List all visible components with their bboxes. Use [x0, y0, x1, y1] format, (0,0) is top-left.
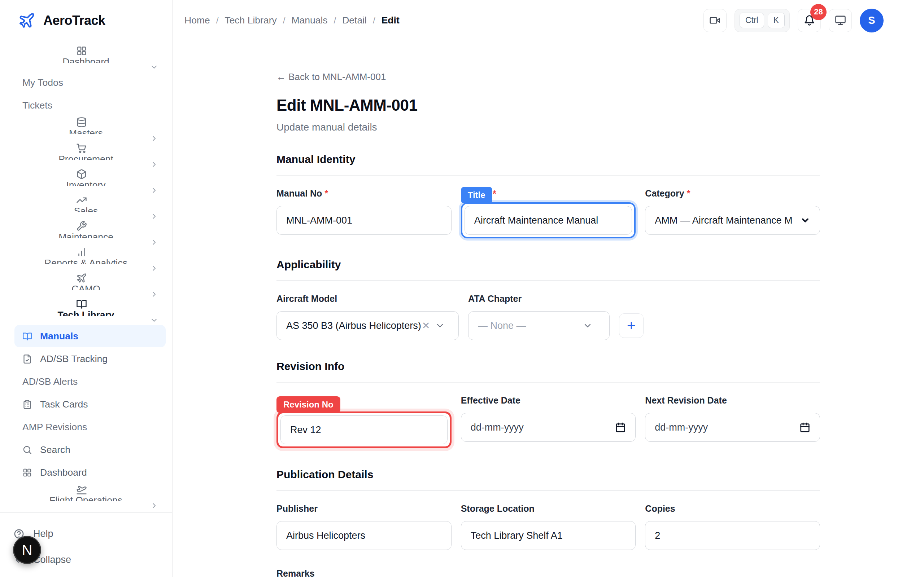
- sidebar-item-reports-analytics[interactable]: Reports & Analytics: [0, 247, 172, 272]
- sidebar-item-search[interactable]: Search: [0, 438, 172, 461]
- breadcrumb: Home/Tech Library/Manuals/Detail/Edit: [184, 15, 703, 26]
- aircraft-model-label: Aircraft Model: [276, 293, 459, 304]
- title-field-badge: Title: [461, 187, 492, 203]
- sidebar-item-procurement[interactable]: Procurement: [0, 143, 172, 169]
- clipboard-icon: [23, 400, 32, 409]
- brand-name: AeroTrack: [43, 13, 105, 28]
- required-asterisk: *: [687, 188, 690, 199]
- sidebar-item-sales[interactable]: Sales: [0, 195, 172, 221]
- topbar: Home/Tech Library/Manuals/Detail/Edit Ct…: [173, 0, 924, 41]
- ata-chapter-label: ATA Chapter: [468, 293, 610, 304]
- book-open-icon: [23, 331, 32, 341]
- back-link[interactable]: ← Back to MNL-AMM-001: [276, 71, 386, 82]
- field-revision-no: Revision No: [276, 395, 452, 448]
- storage-location-input[interactable]: [461, 521, 636, 550]
- field-category: Category * AMM — Aircraft Maintenance M: [645, 188, 820, 239]
- command-palette-button[interactable]: Ctrl K: [735, 9, 790, 32]
- copies-input[interactable]: [645, 521, 820, 550]
- breadcrumb-link-detail[interactable]: Detail: [342, 15, 367, 26]
- brand: AeroTrack: [0, 0, 172, 41]
- breadcrumb-separator: /: [283, 16, 286, 26]
- field-next-revision-date: Next Revision Date dd-mm-yyyy: [645, 395, 820, 448]
- sidebar-item-label: Inventory: [66, 180, 105, 186]
- add-ata-chapter-button[interactable]: +: [619, 313, 643, 338]
- sidebar-item-ad-sb-alerts[interactable]: AD/SB Alerts: [0, 371, 172, 393]
- sidebar-item-label: Tickets: [23, 100, 158, 111]
- sidebar-item-label: Flight Operations: [50, 495, 122, 501]
- storage-location-label: Storage Location: [461, 503, 636, 514]
- sidebar-item-dashboard[interactable]: Dashboard: [0, 45, 172, 71]
- sidebar-item-ad-sb-tracking[interactable]: AD/SB Tracking: [0, 348, 172, 371]
- field-publisher: Publisher: [276, 503, 452, 550]
- add-ata-column: +: [619, 293, 643, 340]
- topbar-actions: Ctrl K 28 S: [703, 9, 884, 32]
- sidebar-item-amp-revisions[interactable]: AMP Revisions: [0, 416, 172, 438]
- layout-grid-icon: [76, 45, 87, 56]
- publisher-input[interactable]: [276, 521, 452, 550]
- plane-logo-icon: [18, 12, 36, 29]
- chevron-down-icon: [150, 316, 158, 324]
- category-select[interactable]: AMM — Aircraft Maintenance M: [645, 206, 820, 235]
- sidebar-item-flight-operations[interactable]: Flight Operations: [0, 484, 172, 510]
- revision-no-input[interactable]: [281, 416, 447, 444]
- calendar-icon[interactable]: [615, 422, 626, 433]
- remove-icon[interactable]: ✕: [422, 320, 430, 331]
- effective-date-input[interactable]: dd-mm-yyyy: [461, 413, 636, 442]
- database-icon: [76, 117, 87, 128]
- revision-no-highlight-ring: Revision No: [276, 411, 452, 448]
- monitor-icon: [835, 15, 846, 26]
- sidebar-item-inventory[interactable]: Inventory: [0, 169, 172, 195]
- effective-date-placeholder: dd-mm-yyyy: [471, 422, 524, 433]
- remarks-label: Remarks: [276, 568, 820, 577]
- sidebar-item-masters[interactable]: Masters: [0, 117, 172, 143]
- sidebar-item-my-todos[interactable]: My Todos: [0, 71, 172, 94]
- sidebar-item-label: Masters: [69, 128, 103, 134]
- publisher-label: Publisher: [276, 503, 452, 514]
- divider: [276, 175, 820, 176]
- trending-up-icon: [76, 195, 87, 206]
- bar-chart-icon: [76, 247, 87, 258]
- sidebar-item-tech-library[interactable]: Tech Library: [0, 298, 172, 324]
- wrench-icon: [76, 221, 87, 232]
- display-mode-button[interactable]: [829, 9, 852, 32]
- sidebar-item-task-cards[interactable]: Task Cards: [0, 393, 172, 416]
- manual-no-input[interactable]: [276, 206, 452, 235]
- chevron-down-icon: [800, 215, 810, 226]
- page-content: ← Back to MNL-AMM-001 Edit MNL-AMM-001 U…: [173, 41, 924, 577]
- video-icon: [709, 15, 720, 26]
- ata-chapter-value: — None —: [478, 320, 583, 331]
- section-heading-manual-identity: Manual Identity: [276, 153, 820, 166]
- sidebar-item-manuals[interactable]: Manuals: [15, 325, 166, 347]
- sidebar-item-dashboard[interactable]: Dashboard: [0, 461, 172, 484]
- next-revision-date-input[interactable]: dd-mm-yyyy: [645, 413, 820, 442]
- help-label: Help: [33, 528, 53, 540]
- title-input[interactable]: [465, 206, 632, 235]
- sidebar-item-camo[interactable]: CAMO: [0, 272, 172, 298]
- breadcrumb-link-home[interactable]: Home: [184, 15, 210, 26]
- category-value: AMM — Aircraft Maintenance M: [655, 215, 800, 226]
- effective-date-label: Effective Date: [461, 395, 636, 406]
- next-revision-date-label: Next Revision Date: [645, 395, 820, 406]
- sidebar-item-label: Maintenance: [58, 232, 113, 238]
- sidebar-item-label: Search: [40, 444, 158, 456]
- ata-chapter-select[interactable]: — None —: [468, 311, 610, 340]
- calendar-icon[interactable]: [800, 422, 810, 433]
- dev-tools-badge[interactable]: N: [13, 536, 41, 564]
- breadcrumb-link-manuals[interactable]: Manuals: [291, 15, 327, 26]
- sidebar-item-tickets[interactable]: Tickets: [0, 94, 172, 117]
- sidebar-item-label: Manuals: [40, 331, 152, 342]
- user-avatar[interactable]: S: [860, 9, 884, 32]
- field-storage-location: Storage Location: [461, 503, 636, 550]
- chevron-down-icon: [150, 63, 158, 71]
- divider: [276, 280, 820, 281]
- sidebar-item-label: My Todos: [23, 77, 158, 89]
- notifications-button[interactable]: 28: [798, 9, 821, 32]
- chevron-right-icon: [150, 238, 158, 247]
- aircraft-model-select[interactable]: AS 350 B3 (Airbus Helicopters) ✕: [276, 311, 459, 340]
- breadcrumb-link-tech-library[interactable]: Tech Library: [225, 15, 276, 26]
- screen-record-button[interactable]: [703, 9, 727, 32]
- aircraft-model-value: AS 350 B3 (Airbus Helicopters): [286, 320, 421, 331]
- chevron-right-icon: [150, 160, 158, 169]
- revision-no-field-badge: Revision No: [276, 396, 340, 413]
- sidebar-item-maintenance[interactable]: Maintenance: [0, 221, 172, 247]
